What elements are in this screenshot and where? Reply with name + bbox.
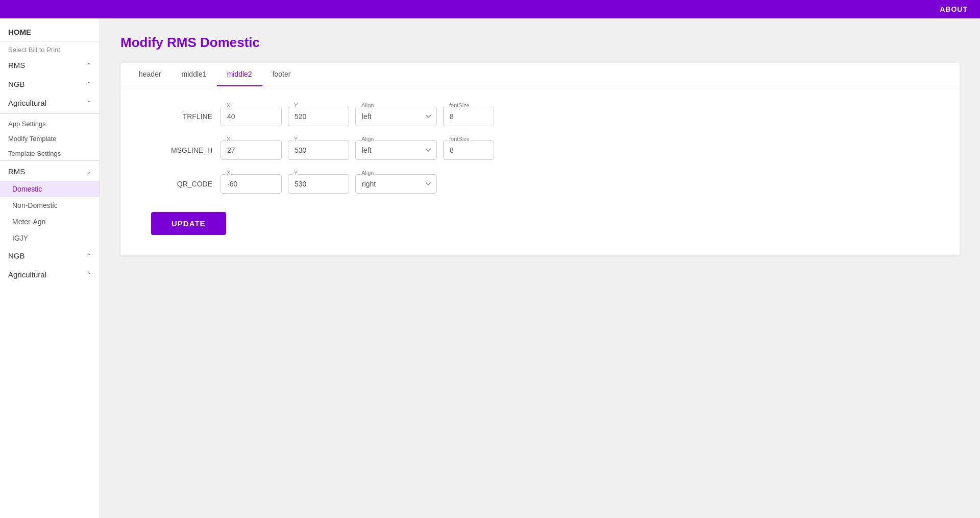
trfline-label: TRFLINE — [151, 112, 212, 121]
qrcode-align-select[interactable]: left center right — [355, 174, 437, 194]
qrcode-align-label: Align — [360, 170, 375, 176]
tab-middle1[interactable]: middle1 — [172, 63, 217, 86]
sidebar-agricultural-label: Agricultural — [8, 99, 46, 107]
sidebar-rms-expanded-label: RMS — [8, 167, 25, 176]
topbar: ABOUT — [0, 0, 980, 18]
chevron-up-icon: ⌄ — [86, 168, 91, 175]
tabs-container: header middle1 middle2 footer — [120, 63, 960, 86]
msgline-align-wrapper: Align left center right — [355, 140, 437, 160]
msgline-y-wrapper: Y — [288, 140, 349, 160]
msgline-y-input[interactable] — [288, 140, 349, 160]
sidebar-home[interactable]: HOME — [0, 18, 100, 42]
update-button[interactable]: UPDATE — [151, 212, 226, 235]
trfline-fields: X Y Align left center right — [220, 107, 929, 126]
trfline-align-label: Align — [360, 102, 375, 108]
trfline-align-select[interactable]: left center right — [355, 107, 437, 126]
trfline-align-wrapper: Align left center right — [355, 107, 437, 126]
trfline-x-label: X — [226, 102, 231, 108]
qrcode-x-label: X — [226, 170, 231, 176]
trfline-fontsize-input[interactable] — [443, 107, 494, 126]
sidebar-modify-template[interactable]: Modify Template — [0, 130, 100, 145]
sidebar-app-settings[interactable]: App Settings — [0, 115, 100, 130]
sidebar-item-ngb[interactable]: NGB ⌃ — [0, 75, 100, 93]
msgline-row: MSGLINE_H X Y Align l — [151, 140, 929, 160]
msgline-y-label: Y — [293, 136, 299, 142]
qrcode-x-wrapper: X — [220, 174, 282, 194]
msgline-x-wrapper: X — [220, 140, 282, 160]
qrcode-x-input[interactable] — [220, 174, 282, 194]
sidebar-item-agricultural[interactable]: Agricultural ⌃ — [0, 93, 100, 112]
qrcode-row: QR_CODE X Y Align lef — [151, 174, 929, 194]
sidebar-item-agricultural-bottom[interactable]: Agricultural ⌃ — [0, 265, 100, 284]
tab-footer[interactable]: footer — [262, 63, 301, 86]
qrcode-fields: X Y Align left center right — [220, 174, 929, 194]
tab-middle2[interactable]: middle2 — [217, 63, 262, 86]
chevron-down-icon: ⌃ — [86, 100, 91, 107]
trfline-x-wrapper: X — [220, 107, 282, 126]
select-bill-label: Select Bill to Print — [0, 42, 100, 56]
qrcode-align-wrapper: Align left center right — [355, 174, 437, 194]
sidebar: HOME Select Bill to Print RMS ⌃ NGB ⌃ Ag… — [0, 18, 100, 518]
sidebar-item-rms-expanded[interactable]: RMS ⌄ — [0, 162, 100, 181]
msgline-x-input[interactable] — [220, 140, 282, 160]
main-card: header middle1 middle2 footer TRFLINE X — [120, 63, 960, 255]
sidebar-item-non-domestic[interactable]: Non-Domestic — [0, 197, 100, 214]
trfline-row: TRFLINE X Y Align lef — [151, 107, 929, 126]
sidebar-item-igjy[interactable]: IGJY — [0, 230, 100, 246]
sidebar-item-rms[interactable]: RMS ⌃ — [0, 56, 100, 75]
sidebar-item-domestic[interactable]: Domestic — [0, 181, 100, 197]
msgline-fields: X Y Align left center right — [220, 140, 929, 160]
chevron-down-icon: ⌃ — [86, 271, 91, 278]
trfline-fontsize-wrapper: fontSize — [443, 107, 494, 126]
msgline-fontsize-input[interactable] — [443, 140, 494, 160]
sidebar-ngb-bottom-label: NGB — [8, 251, 25, 260]
qrcode-y-label: Y — [293, 170, 299, 176]
form-content: TRFLINE X Y Align lef — [120, 86, 960, 255]
sidebar-template-settings[interactable]: Template Settings — [0, 145, 100, 159]
sidebar-item-ngb-bottom[interactable]: NGB ⌃ — [0, 246, 100, 265]
msgline-align-label: Align — [360, 136, 375, 142]
sidebar-rms-label: RMS — [8, 61, 25, 69]
chevron-down-icon: ⌃ — [86, 62, 91, 69]
qrcode-label: QR_CODE — [151, 180, 212, 188]
tab-header[interactable]: header — [129, 63, 172, 86]
page-title: Modify RMS Domestic — [120, 35, 960, 51]
msgline-fontsize-wrapper: fontSize — [443, 140, 494, 160]
trfline-x-input[interactable] — [220, 107, 282, 126]
chevron-down-icon: ⌃ — [86, 81, 91, 88]
trfline-fontsize-label: fontSize — [448, 102, 471, 108]
sidebar-item-meter-agri[interactable]: Meter-Agri — [0, 214, 100, 230]
trfline-y-wrapper: Y — [288, 107, 349, 126]
sidebar-agricultural-bottom-label: Agricultural — [8, 270, 46, 279]
msgline-align-select[interactable]: left center right — [355, 140, 437, 160]
main-content: Modify RMS Domestic header middle1 middl… — [100, 18, 980, 518]
qrcode-y-input[interactable] — [288, 174, 349, 194]
trfline-y-label: Y — [293, 102, 299, 108]
msgline-x-label: X — [226, 136, 231, 142]
chevron-down-icon: ⌃ — [86, 252, 91, 260]
msgline-label: MSGLINE_H — [151, 146, 212, 154]
qrcode-y-wrapper: Y — [288, 174, 349, 194]
trfline-y-input[interactable] — [288, 107, 349, 126]
sidebar-ngb-label: NGB — [8, 80, 25, 88]
about-button[interactable]: ABOUT — [940, 5, 968, 13]
msgline-fontsize-label: fontSize — [448, 136, 471, 142]
